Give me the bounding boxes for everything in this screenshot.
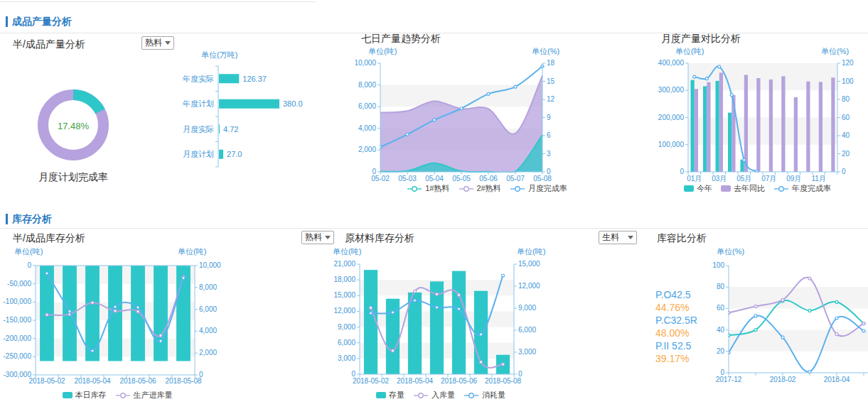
svg-text:3: 3 [547, 150, 551, 158]
capacity-stat-label: P.O42.5 [655, 288, 697, 301]
dashboard: 成品产量分析 半/成品产量分析 熟料 17.48% 月度计划完成率 单位(万吨)… [0, 0, 868, 409]
legend-label: 生产进库量 [134, 390, 173, 400]
svg-text:07月: 07月 [761, 175, 776, 182]
monthly-legend: 今年去年同比年度完成率 [661, 183, 854, 194]
legend-item[interactable]: 2#熟料 [459, 183, 501, 194]
svg-text:12,000: 12,000 [518, 282, 540, 290]
svg-text:05月: 05月 [736, 175, 751, 182]
legend-label: 2#熟料 [477, 183, 501, 194]
svg-text:-200,000: -200,000 [4, 334, 32, 342]
svg-text:18,000: 18,000 [333, 276, 355, 283]
svg-text:380.0: 380.0 [283, 99, 303, 108]
seven-day-legend: 1#熟料2#熟料月度完成率 [355, 183, 618, 194]
svg-text:-250,000: -250,000 [4, 352, 32, 360]
svg-text:-300,000: -300,000 [4, 371, 32, 378]
legend-line-icon [115, 392, 131, 399]
legend-item[interactable]: 年度完成率 [773, 183, 831, 194]
svg-text:05-08: 05-08 [533, 175, 552, 182]
legend-item[interactable]: 1#熟料 [407, 183, 449, 194]
legend-label: 今年 [697, 183, 712, 194]
dropdown-arrow-icon [628, 236, 633, 239]
panel-title-semi-finished-inventory: 半/成品库存分析 [13, 232, 85, 245]
svg-text:100: 100 [712, 261, 724, 269]
svg-text:2018-05-02: 2018-05-02 [28, 377, 65, 385]
dropdown-label: 熟料 [305, 231, 322, 244]
svg-text:0: 0 [680, 168, 684, 175]
svg-text:400,000: 400,000 [658, 59, 685, 67]
capacity-stat-value: 48.00% [655, 327, 697, 339]
svg-text:6,000: 6,000 [358, 102, 376, 110]
legend-label: 存量 [389, 390, 404, 400]
raw-material-inventory-chart: 21,00018,00015,00012,0009,0006,0003,0000… [323, 253, 547, 405]
legend-label: 月度完成率 [528, 183, 567, 194]
svg-text:10,000: 10,000 [355, 59, 376, 67]
panel-title-monthly: 月度产量对比分析 [661, 33, 741, 45]
panel-title-raw-material: 原材料库存分析 [345, 232, 414, 245]
svg-text:200,000: 200,000 [658, 114, 685, 121]
svg-text:0: 0 [842, 168, 846, 175]
svg-text:0: 0 [27, 261, 31, 269]
legend-item[interactable]: 本日库存 [63, 390, 107, 400]
legend-item[interactable]: 存量 [376, 390, 404, 400]
svg-text:2018-05-02: 2018-05-02 [353, 377, 390, 385]
legend-item[interactable]: 今年 [684, 183, 712, 194]
svg-text:3,000: 3,000 [338, 354, 355, 362]
capacity-ratio-chart: 1008060402002017-122018-022018-04 [711, 250, 868, 399]
svg-text:11月: 11月 [812, 175, 826, 182]
svg-text:6,000: 6,000 [338, 339, 355, 347]
svg-text:2,000: 2,000 [199, 349, 217, 356]
svg-text:100: 100 [842, 77, 854, 85]
material-dropdown-capacity[interactable]: 生料 [599, 231, 637, 244]
capacity-stat-value: 39.17% [655, 352, 697, 365]
panel-title-semi-finished-output: 半/成品产量分析 [13, 38, 85, 51]
svg-text:6: 6 [547, 131, 551, 139]
legend-line-icon [773, 185, 789, 192]
donut-caption: 月度计划完成率 [23, 171, 123, 184]
svg-text:15,000: 15,000 [333, 291, 355, 299]
legend-item[interactable]: 入库量 [413, 390, 455, 400]
axis-unit-label: 单位(吨) [368, 46, 397, 57]
legend-item[interactable]: 去年同比 [721, 183, 765, 194]
legend-item[interactable]: 消耗量 [464, 390, 505, 400]
svg-text:05-07: 05-07 [506, 175, 525, 182]
legend-item[interactable]: 生产进库量 [115, 390, 173, 400]
svg-text:2018-05-04: 2018-05-04 [74, 377, 111, 385]
dropdown-arrow-icon [165, 41, 171, 45]
section-title-production: 成品产量分析 [6, 16, 72, 27]
svg-text:9,000: 9,000 [518, 304, 536, 312]
svg-text:20: 20 [717, 347, 725, 355]
material-dropdown-production[interactable]: 熟料 [141, 36, 174, 50]
axis-unit-label: 单位(%) [821, 46, 849, 57]
legend-label: 本日库存 [75, 390, 107, 400]
svg-text:05-02: 05-02 [371, 175, 390, 182]
dropdown-label: 熟料 [145, 37, 162, 49]
section-divider [0, 228, 868, 229]
panel-title-capacity-ratio: 库容比分析 [657, 232, 707, 245]
svg-text:01月: 01月 [687, 175, 702, 182]
svg-text:4.72: 4.72 [223, 125, 238, 133]
donut-value: 17.48% [23, 121, 123, 131]
svg-text:40: 40 [717, 326, 725, 334]
svg-text:05-06: 05-06 [479, 175, 498, 182]
legend-label: 1#熟料 [425, 183, 449, 194]
svg-text:-150,000: -150,000 [4, 316, 32, 324]
svg-text:2018-05-08: 2018-05-08 [485, 377, 522, 385]
capacity-stat-label: P.C32.5R [655, 314, 697, 327]
dropdown-arrow-icon [325, 236, 331, 239]
svg-text:6,000: 6,000 [199, 305, 217, 313]
svg-text:2018-04: 2018-04 [824, 376, 850, 383]
svg-text:15: 15 [547, 77, 555, 85]
material-dropdown-inventory[interactable]: 熟料 [301, 231, 334, 244]
legend-item[interactable]: 月度完成率 [510, 183, 567, 194]
svg-text:8,000: 8,000 [358, 81, 376, 89]
panel-title-seven-day: 七日产量趋势分析 [361, 33, 441, 45]
svg-text:60: 60 [717, 304, 725, 312]
svg-text:21,000: 21,000 [333, 260, 355, 268]
svg-text:10,000: 10,000 [199, 261, 221, 269]
svg-text:4,000: 4,000 [358, 124, 376, 132]
legend-line-icon [464, 392, 479, 399]
svg-text:6,000: 6,000 [518, 326, 536, 334]
legend-line-icon [510, 185, 525, 192]
svg-text:2018-05-06: 2018-05-06 [441, 377, 478, 385]
capacity-stat-label: P.II 52.5 [655, 339, 697, 352]
